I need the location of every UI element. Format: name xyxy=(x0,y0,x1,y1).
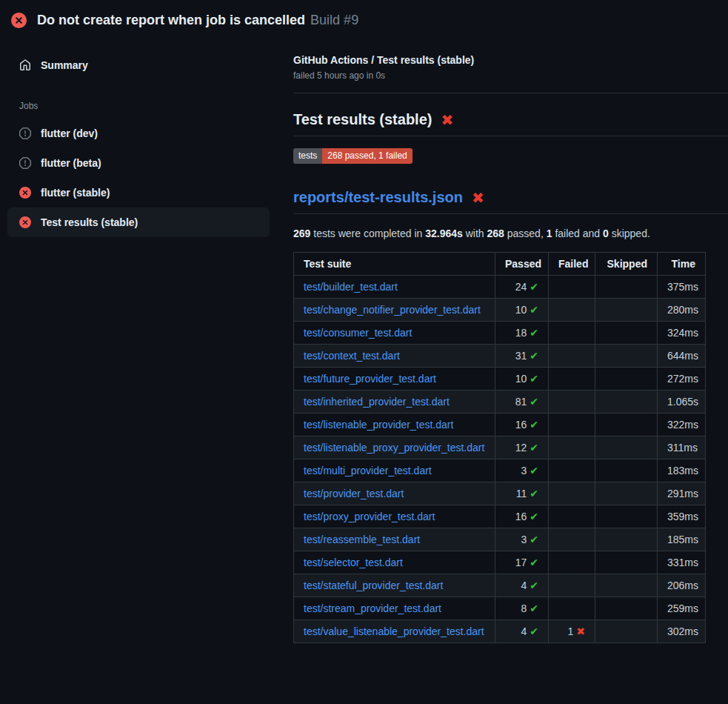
check-icon: ✔ xyxy=(530,281,538,293)
passed-cell: 4✔ xyxy=(495,574,549,597)
table-row: test/inherited_provider_test.dart81✔1.06… xyxy=(294,391,706,414)
suite-link[interactable]: test/inherited_provider_test.dart xyxy=(304,396,450,408)
table-row: test/stateful_provider_test.dart4✔206ms xyxy=(294,574,706,597)
failed-cell xyxy=(549,551,595,574)
x-icon: ✖ xyxy=(576,625,585,637)
main-content: GitHub Actions / Test results (stable) f… xyxy=(293,39,728,643)
passed-cell: 31✔ xyxy=(495,345,549,368)
home-icon xyxy=(19,59,31,71)
time-cell: 359ms xyxy=(658,505,706,528)
job-label: Test results (stable) xyxy=(41,215,138,230)
suite-link[interactable]: test/listenable_provider_test.dart xyxy=(304,419,453,431)
skipped-cell xyxy=(595,436,658,459)
time-cell: 375ms xyxy=(658,276,706,299)
check-icon: ✔ xyxy=(530,396,538,408)
suite-cell: test/consumer_test.dart xyxy=(294,322,495,345)
time-cell: 183ms xyxy=(658,459,706,482)
suite-link[interactable]: test/listenable_proxy_provider_test.dart xyxy=(304,442,484,454)
suite-link[interactable]: test/stream_provider_test.dart xyxy=(304,602,441,614)
check-icon: ✔ xyxy=(530,327,538,339)
suite-link[interactable]: test/reassemble_test.dart xyxy=(304,534,420,545)
check-icon: ✔ xyxy=(530,304,538,316)
summary-text: with xyxy=(463,228,487,239)
x-circle-icon xyxy=(19,216,31,228)
suite-cell: test/stream_provider_test.dart xyxy=(294,597,495,620)
check-icon: ✔ xyxy=(530,511,538,522)
check-icon: ✔ xyxy=(530,442,538,454)
section-title-text: Test results (stable) xyxy=(293,111,432,128)
failed-cell xyxy=(549,368,595,391)
passed-cell: 24✔ xyxy=(495,276,549,299)
sidebar-job-item[interactable]: flutter (dev) xyxy=(7,119,270,148)
skipped-cell xyxy=(595,482,658,505)
jobs-section-label: Jobs xyxy=(19,101,270,111)
suite-link[interactable]: test/context_test.dart xyxy=(304,350,400,362)
suite-link[interactable]: test/builder_test.dart xyxy=(304,281,398,293)
jobs-list: flutter (dev) flutter (beta) flutter (st… xyxy=(7,119,270,237)
check-icon: ✔ xyxy=(530,465,538,476)
check-icon: ✔ xyxy=(530,373,538,385)
column-header-passed: Passed xyxy=(495,253,549,276)
suite-link[interactable]: test/future_provider_test.dart xyxy=(304,373,436,385)
time-cell: 644ms xyxy=(658,345,706,368)
table-row: test/listenable_provider_test.dart16✔322… xyxy=(294,414,706,436)
time-cell: 1.065s xyxy=(658,391,706,414)
divider xyxy=(293,93,728,93)
skipped-cell xyxy=(595,620,658,643)
failed-cell: 1✖ xyxy=(549,620,595,643)
suite-link[interactable]: test/change_notifier_provider_test.dart xyxy=(304,304,481,316)
skipped-cell xyxy=(595,505,658,528)
suite-link[interactable]: test/multi_provider_test.dart xyxy=(304,465,432,476)
check-icon: ✔ xyxy=(530,602,538,614)
passed-cell: 17✔ xyxy=(495,551,549,574)
time-cell: 259ms xyxy=(658,597,706,620)
failed-cell xyxy=(549,482,595,505)
failed-x-icon: ✖ xyxy=(472,190,484,205)
stop-icon xyxy=(19,157,31,169)
skipped-cell xyxy=(595,528,658,551)
suite-cell: test/selector_test.dart xyxy=(294,551,495,574)
build-number: Build #9 xyxy=(310,13,358,28)
passed-cell: 12✔ xyxy=(495,436,549,459)
table-header-row: Test suite Passed Failed Skipped Time xyxy=(294,253,706,276)
sidebar-job-item[interactable]: flutter (beta) xyxy=(7,148,270,178)
time-cell: 331ms xyxy=(658,551,706,574)
failed-cell xyxy=(549,459,595,482)
summary-sentence: 269 tests were completed in 32.964s with… xyxy=(293,228,728,239)
table-row: test/consumer_test.dart18✔324ms xyxy=(294,322,706,345)
passed-cell: 16✔ xyxy=(495,414,549,436)
table-row: test/context_test.dart31✔644ms xyxy=(294,345,706,368)
sidebar-item-summary[interactable]: Summary xyxy=(7,50,270,80)
summary-text: tests were completed in xyxy=(310,228,425,239)
passed-cell: 4✔ xyxy=(495,620,549,643)
suite-cell: test/stateful_provider_test.dart xyxy=(294,574,495,597)
results-table-body: test/builder_test.dart24✔375mstest/chang… xyxy=(294,276,706,643)
suite-link[interactable]: test/selector_test.dart xyxy=(304,557,403,568)
time-cell: 311ms xyxy=(658,436,706,459)
suite-link[interactable]: test/stateful_provider_test.dart xyxy=(304,580,443,591)
suite-link[interactable]: test/value_listenable_provider_test.dart xyxy=(304,625,484,637)
sidebar-job-item[interactable]: flutter (stable) xyxy=(7,178,270,207)
job-label: flutter (dev) xyxy=(41,126,98,141)
suite-cell: test/builder_test.dart xyxy=(294,276,495,299)
skipped-cell xyxy=(595,551,658,574)
tests-badge: tests 268 passed, 1 failed xyxy=(293,148,413,164)
report-file-link[interactable]: reports/test-results.json xyxy=(293,189,463,206)
failed-cell xyxy=(549,505,595,528)
suite-link[interactable]: test/proxy_provider_test.dart xyxy=(304,511,435,522)
suite-link[interactable]: test/consumer_test.dart xyxy=(304,327,412,339)
summary-text: passed, xyxy=(504,228,547,239)
table-row: test/stream_provider_test.dart8✔259ms xyxy=(294,597,706,620)
table-row: test/reassemble_test.dart3✔185ms xyxy=(294,528,706,551)
time-cell: 322ms xyxy=(658,414,706,436)
suite-cell: test/listenable_provider_test.dart xyxy=(294,414,495,436)
failed-cell xyxy=(549,574,595,597)
sidebar-job-item[interactable]: Test results (stable) xyxy=(7,207,270,237)
summary-text: skipped. xyxy=(609,228,650,239)
stop-icon xyxy=(19,127,31,139)
suite-link[interactable]: test/provider_test.dart xyxy=(304,488,404,499)
suite-cell: test/multi_provider_test.dart xyxy=(294,459,495,482)
failed-build-icon xyxy=(11,13,27,28)
skipped-cell xyxy=(595,597,658,620)
time-cell: 291ms xyxy=(658,482,706,505)
